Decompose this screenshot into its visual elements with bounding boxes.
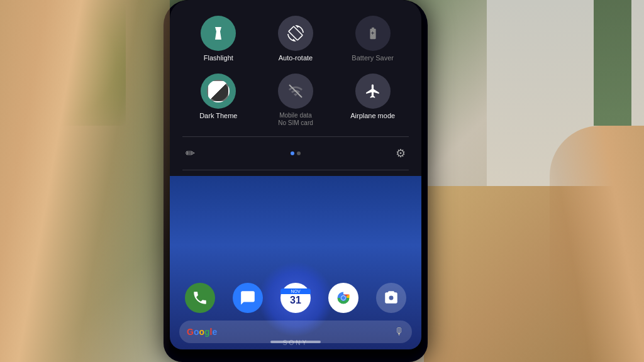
camera-icon bbox=[383, 290, 399, 306]
qs-page-dots bbox=[291, 151, 301, 155]
qs-tile-airplane-mode[interactable]: Airplane mode bbox=[336, 70, 409, 130]
qs-separator-1 bbox=[182, 136, 409, 137]
battery-saver-label: Battery Saver bbox=[352, 54, 394, 62]
phone-call-icon bbox=[192, 290, 208, 306]
autorotate-icon bbox=[287, 25, 304, 41]
mobile-data-icon-circle bbox=[278, 74, 313, 109]
autorotate-label: Auto-rotate bbox=[279, 54, 313, 62]
airplane-mode-label: Airplane mode bbox=[350, 112, 395, 120]
dark-theme-label: Dark Theme bbox=[199, 112, 237, 120]
chrome-icon bbox=[335, 289, 352, 307]
phone-app-icon[interactable] bbox=[185, 283, 215, 313]
phone-device: Flashlight Auto-rotate bbox=[164, 0, 428, 362]
qs-dot-1 bbox=[291, 151, 294, 155]
dark-theme-icon bbox=[207, 80, 230, 102]
dark-theme-icon-circle bbox=[201, 74, 236, 109]
app-dock: NOV 31 bbox=[176, 277, 415, 318]
autorotate-icon-circle bbox=[278, 16, 313, 51]
edit-icon[interactable]: ✏ bbox=[186, 146, 195, 160]
phone-screen: Flashlight Auto-rotate bbox=[170, 0, 421, 349]
qs-tile-battery-saver[interactable]: Battery Saver bbox=[336, 13, 409, 65]
qs-tile-mobile-data[interactable]: Mobile dataNo SIM card bbox=[260, 70, 332, 130]
calendar-day-number: 31 bbox=[290, 294, 301, 306]
qs-row-2: Dark Theme Mobile dataNo SIM card bbox=[182, 70, 409, 130]
qs-tile-dark-theme[interactable]: Dark Theme bbox=[182, 70, 255, 130]
quick-settings-panel: Flashlight Auto-rotate bbox=[170, 0, 421, 176]
bg-person bbox=[594, 0, 631, 126]
airplane-mode-icon bbox=[365, 83, 381, 99]
settings-gear-icon[interactable]: ⚙ bbox=[396, 146, 406, 160]
bg-wood-table bbox=[424, 186, 644, 362]
phone-brand-label: SONY bbox=[170, 339, 421, 346]
calendar-app-icon[interactable]: NOV 31 bbox=[280, 283, 311, 313]
qs-row-1: Flashlight Auto-rotate bbox=[182, 13, 409, 65]
qs-tile-flashlight[interactable]: Flashlight bbox=[182, 13, 255, 65]
qs-controls-bar: ✏ ⚙ bbox=[182, 143, 409, 163]
svg-point-5 bbox=[341, 295, 345, 299]
home-screen: NOV 31 bbox=[170, 176, 421, 349]
battery-saver-icon-circle bbox=[355, 16, 391, 51]
qs-tile-autorotate[interactable]: Auto-rotate bbox=[260, 13, 332, 65]
battery-saver-icon bbox=[366, 26, 380, 40]
bg-green-accent bbox=[0, 0, 126, 126]
qs-separator-2 bbox=[182, 170, 409, 170]
flashlight-icon bbox=[211, 26, 226, 41]
mobile-data-icon bbox=[288, 84, 303, 99]
calendar-month-bar: NOV bbox=[280, 288, 311, 294]
airplane-mode-icon-circle bbox=[355, 74, 391, 109]
chrome-app-icon[interactable] bbox=[328, 283, 358, 313]
qs-dot-2 bbox=[297, 151, 301, 155]
camera-app-icon[interactable] bbox=[376, 283, 406, 313]
flashlight-icon-circle bbox=[201, 16, 236, 51]
flashlight-label: Flashlight bbox=[204, 54, 233, 62]
messages-app-icon[interactable] bbox=[233, 283, 263, 313]
mobile-data-label: Mobile dataNo SIM card bbox=[278, 112, 313, 127]
calendar-icon-content: NOV 31 bbox=[280, 288, 311, 306]
messages-icon bbox=[240, 290, 256, 306]
